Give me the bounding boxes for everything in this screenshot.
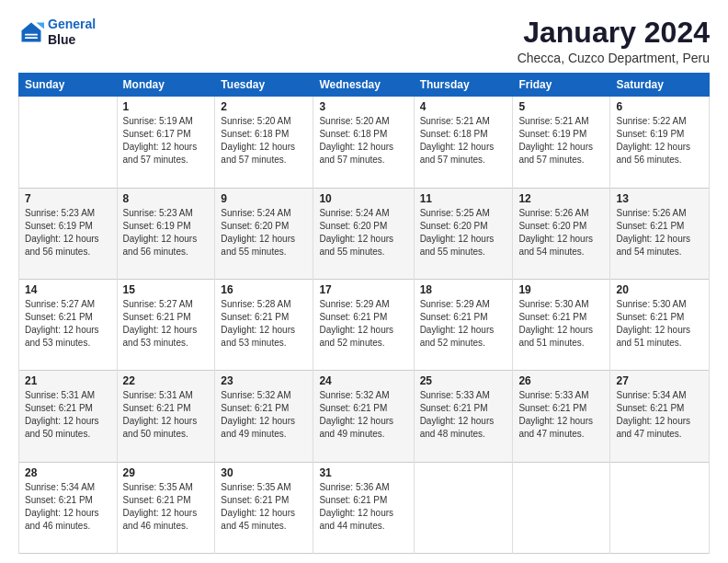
day-info: Sunrise: 5:30 AM Sunset: 6:21 PM Dayligh… — [616, 298, 703, 350]
calendar-cell: 25Sunrise: 5:33 AM Sunset: 6:21 PM Dayli… — [414, 371, 513, 462]
day-number: 27 — [616, 374, 703, 387]
calendar-cell: 14Sunrise: 5:27 AM Sunset: 6:21 PM Dayli… — [19, 279, 118, 370]
day-info: Sunrise: 5:21 AM Sunset: 6:19 PM Dayligh… — [518, 115, 604, 167]
calendar-cell: 18Sunrise: 5:29 AM Sunset: 6:21 PM Dayli… — [414, 279, 513, 370]
day-info: Sunrise: 5:31 AM Sunset: 6:21 PM Dayligh… — [123, 389, 210, 441]
day-info: Sunrise: 5:23 AM Sunset: 6:19 PM Dayligh… — [25, 207, 111, 259]
header-cell-friday: Friday — [513, 74, 610, 97]
calendar-cell: 1Sunrise: 5:19 AM Sunset: 6:17 PM Daylig… — [117, 97, 215, 188]
day-info: Sunrise: 5:35 AM Sunset: 6:21 PM Dayligh… — [123, 481, 210, 533]
calendar-cell: 29Sunrise: 5:35 AM Sunset: 6:21 PM Dayli… — [117, 462, 215, 553]
week-row-3: 14Sunrise: 5:27 AM Sunset: 6:21 PM Dayli… — [19, 279, 710, 370]
day-number: 28 — [25, 466, 111, 479]
subtitle: Checca, Cuzco Department, Peru — [518, 51, 710, 65]
day-info: Sunrise: 5:24 AM Sunset: 6:20 PM Dayligh… — [221, 207, 307, 259]
calendar-table: SundayMondayTuesdayWednesdayThursdayFrid… — [18, 73, 710, 554]
svg-rect-2 — [25, 34, 38, 36]
day-info: Sunrise: 5:33 AM Sunset: 6:21 PM Dayligh… — [518, 389, 604, 441]
week-row-1: 1Sunrise: 5:19 AM Sunset: 6:17 PM Daylig… — [19, 97, 710, 188]
day-info: Sunrise: 5:34 AM Sunset: 6:21 PM Dayligh… — [616, 389, 703, 441]
day-info: Sunrise: 5:31 AM Sunset: 6:21 PM Dayligh… — [25, 389, 111, 441]
day-number: 21 — [25, 374, 111, 387]
calendar-cell: 24Sunrise: 5:32 AM Sunset: 6:21 PM Dayli… — [313, 371, 414, 462]
day-info: Sunrise: 5:32 AM Sunset: 6:21 PM Dayligh… — [319, 389, 407, 441]
calendar-cell — [19, 97, 118, 188]
calendar-cell: 4Sunrise: 5:21 AM Sunset: 6:18 PM Daylig… — [414, 97, 513, 188]
calendar-cell: 22Sunrise: 5:31 AM Sunset: 6:21 PM Dayli… — [117, 371, 215, 462]
day-info: Sunrise: 5:20 AM Sunset: 6:18 PM Dayligh… — [319, 115, 407, 167]
calendar-cell: 30Sunrise: 5:35 AM Sunset: 6:21 PM Dayli… — [215, 462, 313, 553]
calendar-cell: 19Sunrise: 5:30 AM Sunset: 6:21 PM Dayli… — [513, 279, 610, 370]
calendar-cell: 21Sunrise: 5:31 AM Sunset: 6:21 PM Dayli… — [19, 371, 118, 462]
page: General Blue January 2024 Checca, Cuzco … — [0, 0, 728, 563]
day-info: Sunrise: 5:35 AM Sunset: 6:21 PM Dayligh… — [221, 481, 307, 533]
calendar-cell — [513, 462, 610, 553]
day-number: 16 — [221, 283, 307, 296]
header-cell-tuesday: Tuesday — [215, 74, 313, 97]
day-number: 22 — [123, 374, 210, 387]
calendar-cell: 31Sunrise: 5:36 AM Sunset: 6:21 PM Dayli… — [313, 462, 414, 553]
calendar-cell: 16Sunrise: 5:28 AM Sunset: 6:21 PM Dayli… — [215, 279, 313, 370]
calendar-cell: 2Sunrise: 5:20 AM Sunset: 6:18 PM Daylig… — [215, 97, 313, 188]
day-info: Sunrise: 5:19 AM Sunset: 6:17 PM Dayligh… — [123, 115, 210, 167]
day-number: 14 — [25, 283, 111, 296]
header-cell-thursday: Thursday — [414, 74, 513, 97]
logo-icon — [18, 19, 44, 45]
day-info: Sunrise: 5:26 AM Sunset: 6:20 PM Dayligh… — [518, 207, 604, 259]
svg-marker-0 — [22, 22, 41, 41]
calendar-cell: 26Sunrise: 5:33 AM Sunset: 6:21 PM Dayli… — [513, 371, 610, 462]
day-info: Sunrise: 5:20 AM Sunset: 6:18 PM Dayligh… — [221, 115, 307, 167]
day-info: Sunrise: 5:27 AM Sunset: 6:21 PM Dayligh… — [25, 298, 111, 350]
logo: General Blue — [18, 17, 96, 48]
logo-text: General Blue — [48, 17, 96, 48]
day-number: 25 — [420, 374, 507, 387]
header-cell-sunday: Sunday — [19, 74, 118, 97]
day-number: 26 — [518, 374, 604, 387]
calendar-cell: 13Sunrise: 5:26 AM Sunset: 6:21 PM Dayli… — [610, 188, 710, 279]
calendar-cell: 23Sunrise: 5:32 AM Sunset: 6:21 PM Dayli… — [215, 371, 313, 462]
day-number: 1 — [123, 100, 210, 113]
week-row-2: 7Sunrise: 5:23 AM Sunset: 6:19 PM Daylig… — [19, 188, 710, 279]
day-number: 2 — [221, 100, 307, 113]
day-number: 11 — [420, 192, 507, 205]
calendar-cell: 20Sunrise: 5:30 AM Sunset: 6:21 PM Dayli… — [610, 279, 710, 370]
day-info: Sunrise: 5:33 AM Sunset: 6:21 PM Dayligh… — [420, 389, 507, 441]
day-number: 6 — [616, 100, 703, 113]
day-number: 30 — [221, 466, 307, 479]
header: General Blue January 2024 Checca, Cuzco … — [18, 17, 710, 65]
day-info: Sunrise: 5:21 AM Sunset: 6:18 PM Dayligh… — [420, 115, 507, 167]
day-info: Sunrise: 5:34 AM Sunset: 6:21 PM Dayligh… — [25, 481, 111, 533]
day-number: 17 — [319, 283, 407, 296]
main-title: January 2024 — [518, 17, 710, 49]
day-number: 3 — [319, 100, 407, 113]
day-info: Sunrise: 5:30 AM Sunset: 6:21 PM Dayligh… — [518, 298, 604, 350]
day-info: Sunrise: 5:27 AM Sunset: 6:21 PM Dayligh… — [123, 298, 210, 350]
calendar-cell — [610, 462, 710, 553]
calendar-cell: 6Sunrise: 5:22 AM Sunset: 6:19 PM Daylig… — [610, 97, 710, 188]
day-number: 7 — [25, 192, 111, 205]
calendar-cell: 17Sunrise: 5:29 AM Sunset: 6:21 PM Dayli… — [313, 279, 414, 370]
week-row-4: 21Sunrise: 5:31 AM Sunset: 6:21 PM Dayli… — [19, 371, 710, 462]
calendar-cell: 27Sunrise: 5:34 AM Sunset: 6:21 PM Dayli… — [610, 371, 710, 462]
week-row-5: 28Sunrise: 5:34 AM Sunset: 6:21 PM Dayli… — [19, 462, 710, 553]
calendar-cell: 12Sunrise: 5:26 AM Sunset: 6:20 PM Dayli… — [513, 188, 610, 279]
day-info: Sunrise: 5:36 AM Sunset: 6:21 PM Dayligh… — [319, 481, 407, 533]
day-number: 20 — [616, 283, 703, 296]
day-info: Sunrise: 5:26 AM Sunset: 6:21 PM Dayligh… — [616, 207, 703, 259]
day-info: Sunrise: 5:29 AM Sunset: 6:21 PM Dayligh… — [420, 298, 507, 350]
day-number: 18 — [420, 283, 507, 296]
day-number: 29 — [123, 466, 210, 479]
header-row: SundayMondayTuesdayWednesdayThursdayFrid… — [19, 74, 710, 97]
calendar-cell: 7Sunrise: 5:23 AM Sunset: 6:19 PM Daylig… — [19, 188, 118, 279]
day-number: 8 — [123, 192, 210, 205]
day-info: Sunrise: 5:23 AM Sunset: 6:19 PM Dayligh… — [123, 207, 210, 259]
day-number: 4 — [420, 100, 507, 113]
calendar-cell: 28Sunrise: 5:34 AM Sunset: 6:21 PM Dayli… — [19, 462, 118, 553]
day-number: 24 — [319, 374, 407, 387]
calendar-cell: 10Sunrise: 5:24 AM Sunset: 6:20 PM Dayli… — [313, 188, 414, 279]
day-number: 10 — [319, 192, 407, 205]
day-number: 12 — [518, 192, 604, 205]
day-info: Sunrise: 5:24 AM Sunset: 6:20 PM Dayligh… — [319, 207, 407, 259]
calendar-cell: 11Sunrise: 5:25 AM Sunset: 6:20 PM Dayli… — [414, 188, 513, 279]
calendar-cell: 15Sunrise: 5:27 AM Sunset: 6:21 PM Dayli… — [117, 279, 215, 370]
